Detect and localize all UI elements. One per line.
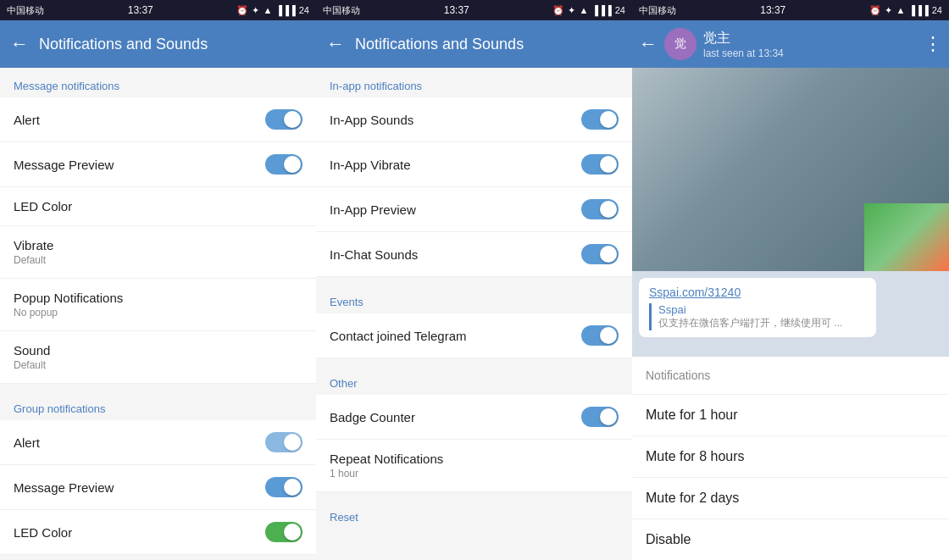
settings-item-message-preview[interactable]: Message Preview: [0, 142, 316, 187]
time-1: 13:37: [128, 4, 153, 16]
inapp-sounds-label: In-App Sounds: [330, 113, 413, 127]
settings-item-alert[interactable]: Alert: [0, 97, 316, 142]
led-color-label: LED Color: [14, 199, 72, 213]
events-list: Contact joined Telegram: [316, 313, 632, 358]
back-button-2[interactable]: ←: [326, 33, 345, 55]
status-bar-2: 中国移动 13:37 ⏰ ✦ ▲ ▐▐▐ 24: [316, 0, 632, 20]
wifi-icon-1: ▲: [263, 5, 272, 15]
inapp-preview-label: In-App Preview: [330, 202, 416, 217]
settings-item-sound[interactable]: Sound Default: [0, 331, 316, 384]
sound-sublabel: Default: [14, 359, 50, 371]
battery-icon-2: 24: [615, 5, 625, 15]
alert-label: Alert: [14, 113, 40, 127]
divider-4: [316, 492, 632, 499]
carrier-1: 中国移动: [7, 4, 44, 17]
chat-user-name: 觉主: [703, 30, 917, 47]
alarm-icon-3: ⏰: [869, 5, 881, 16]
settings-content-2: In-app notifications In-App Sounds In-Ap…: [316, 68, 632, 560]
settings-item-inapp-vibrate[interactable]: In-App Vibrate: [316, 142, 632, 187]
other-list: Badge Counter Repeat Notifications 1 hou…: [316, 395, 632, 492]
signal-icon-2: ▐▐▐: [591, 5, 611, 15]
context-menu: Notifications Mute for 1 hour Mute for 8…: [632, 357, 949, 560]
wifi-icon-2: ▲: [579, 5, 588, 15]
battery-icon-1: 24: [299, 5, 309, 15]
nav-title-2: Notifications and Sounds: [355, 36, 524, 53]
divider-1: [0, 384, 316, 391]
settings-item-inapp-sounds[interactable]: In-App Sounds: [316, 97, 632, 142]
settings-content-1: Message notifications Alert Message Prev…: [0, 68, 316, 560]
settings-item-inchat-sounds[interactable]: In-Chat Sounds: [316, 232, 632, 277]
inapp-list: In-App Sounds In-App Vibrate In-App Prev…: [316, 97, 632, 277]
message-preview-label: Message Preview: [14, 158, 114, 172]
section-header-other: Other: [316, 365, 632, 395]
carrier-3: 中国移动: [639, 4, 676, 17]
message-notifications-list: Alert Message Preview LED Color: [0, 97, 316, 384]
divider-3: [316, 358, 632, 365]
section-header-reset: Reset: [316, 499, 632, 529]
group-preview-label: Message Preview: [14, 480, 114, 495]
battery-icon-3: 24: [932, 5, 942, 15]
bluetooth-icon-2: ✦: [568, 5, 575, 16]
chat-back-button[interactable]: ←: [639, 33, 658, 55]
time-2: 13:37: [444, 4, 469, 16]
chat-link-url[interactable]: Sspai.com/31240: [649, 286, 741, 299]
group-alert-toggle[interactable]: [265, 432, 302, 452]
alarm-icon-2: ⏰: [552, 5, 564, 16]
sound-label: Sound: [14, 343, 50, 358]
settings-item-group-led[interactable]: LED Color: [0, 510, 316, 555]
panel-3: 中国移动 13:37 ⏰ ✦ ▲ ▐▐▐ 24 ← 觉 觉主 last seen…: [632, 0, 949, 560]
carrier-2: 中国移动: [323, 4, 360, 17]
signal-icon-3: ▐▐▐: [908, 5, 928, 15]
inchat-sounds-toggle[interactable]: [581, 244, 619, 264]
inapp-sounds-toggle[interactable]: [581, 109, 619, 130]
settings-item-popup[interactable]: Popup Notifications No popup: [0, 279, 316, 331]
bluetooth-icon-1: ✦: [252, 5, 259, 16]
settings-item-vibrate[interactable]: Vibrate Default: [0, 226, 316, 279]
context-menu-header: Notifications: [632, 357, 949, 395]
settings-item-badge[interactable]: Badge Counter: [316, 395, 632, 440]
settings-item-contact-joined[interactable]: Contact joined Telegram: [316, 313, 632, 358]
group-led-toggle[interactable]: [265, 522, 302, 542]
message-preview-toggle[interactable]: [265, 154, 302, 175]
chat-avatar: 觉: [664, 28, 696, 60]
status-bar-1: 中国移动 13:37 ⏰ ✦ ▲ ▐▐▐ 24: [0, 0, 316, 20]
wifi-icon-3: ▲: [896, 5, 905, 15]
section-header-message: Message notifications: [0, 68, 316, 97]
chat-more-button[interactable]: ⋮: [924, 33, 942, 55]
toggle-thumb: [284, 111, 301, 128]
chat-background: 13:27 ✓✓ Sspai.com/31240 Sspai 仅支持在微信客户端…: [632, 68, 949, 560]
chat-user-status: last seen at 13:34: [703, 47, 917, 59]
section-header-group: Group notifications: [0, 391, 316, 420]
settings-item-group-preview[interactable]: Message Preview: [0, 465, 316, 510]
settings-item-repeat[interactable]: Repeat Notifications 1 hour: [316, 440, 632, 492]
signal-icon-1: ▐▐▐: [275, 5, 295, 15]
section-header-inapp: In-app notifications: [316, 68, 632, 97]
settings-item-inapp-preview[interactable]: In-App Preview: [316, 187, 632, 232]
contact-joined-toggle[interactable]: [581, 325, 619, 346]
group-preview-toggle[interactable]: [265, 477, 302, 497]
badge-counter-toggle[interactable]: [581, 407, 619, 427]
alert-toggle[interactable]: [265, 109, 302, 130]
inapp-vibrate-label: In-App Vibrate: [330, 158, 411, 172]
context-menu-item-mute1hour[interactable]: Mute for 1 hour: [632, 395, 949, 436]
context-menu-item-mute2days[interactable]: Mute for 2 days: [632, 478, 949, 519]
chat-preview-desc: 仅支持在微信客户端打开，继续使用可 ...: [658, 316, 866, 330]
settings-item-led-color[interactable]: LED Color: [0, 187, 316, 226]
panel-2: 中国移动 13:37 ⏰ ✦ ▲ ▐▐▐ 24 ← Notifications …: [316, 0, 632, 560]
context-menu-item-mute8hours[interactable]: Mute for 8 hours: [632, 436, 949, 478]
chat-timestamp: 13:27 ✓✓: [894, 253, 942, 266]
inapp-preview-toggle[interactable]: [581, 199, 619, 219]
time-3: 13:37: [760, 4, 785, 16]
back-button-1[interactable]: ←: [10, 33, 29, 55]
inapp-vibrate-toggle[interactable]: [581, 154, 619, 175]
panel-1: 中国移动 13:37 ⏰ ✦ ▲ ▐▐▐ 24 ← Notifications …: [0, 0, 316, 560]
group-led-label: LED Color: [14, 525, 72, 540]
badge-counter-label: Badge Counter: [330, 410, 415, 424]
settings-item-group-alert[interactable]: Alert: [0, 420, 316, 465]
status-bar-3: 中国移动 13:37 ⏰ ✦ ▲ ▐▐▐ 24: [632, 0, 949, 20]
context-menu-item-disable[interactable]: Disable: [632, 519, 949, 560]
repeat-sublabel: 1 hour: [330, 468, 443, 480]
chat-preview-name: Sspai: [658, 303, 866, 316]
chat-image-message: 13:27 ✓✓: [632, 68, 949, 271]
vibrate-sublabel: Default: [14, 254, 53, 266]
